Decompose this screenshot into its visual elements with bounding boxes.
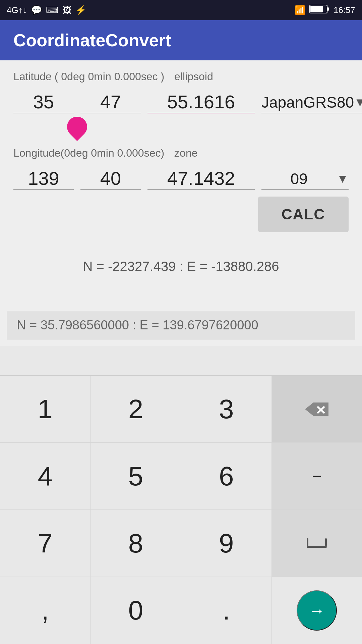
- svg-rect-1: [327, 7, 329, 11]
- svg-rect-7: [325, 538, 327, 546]
- calc-row: CALC: [13, 197, 349, 232]
- utm-result: N = -22327.439 : E = -13880.286: [7, 259, 355, 274]
- zone-dropdown[interactable]: 09 ▼: [261, 170, 349, 190]
- longitude-inputs: 09 ▼: [13, 167, 349, 190]
- key-8[interactable]: 8: [90, 510, 181, 577]
- keyboard-icon: ⌨: [46, 5, 59, 15]
- status-right: 📶 16:57: [295, 4, 355, 16]
- cursor-row: [13, 117, 349, 140]
- longitude-degrees[interactable]: [13, 167, 74, 190]
- latitude-label: Latitude ( 0deg 0min 0.000sec ): [13, 70, 164, 83]
- svg-rect-5: [307, 546, 327, 548]
- key-6[interactable]: 6: [181, 443, 272, 510]
- latitude-seconds[interactable]: [147, 91, 255, 113]
- chat-icon: 💬: [31, 5, 42, 15]
- backspace-icon: [303, 399, 330, 419]
- zone-value: 09: [261, 170, 337, 188]
- ellipsoid-value: JapanGRS80: [261, 93, 354, 111]
- result-area: N = -22327.439 : E = -13880.286 N = 35.7…: [0, 246, 362, 346]
- key-space[interactable]: [272, 510, 362, 577]
- key-comma[interactable]: ,: [0, 577, 90, 644]
- decimal-result: N = 35.7986560000 : E = 139.6797620000: [17, 318, 345, 332]
- space-icon: [305, 537, 328, 550]
- main-content: Latitude ( 0deg 0min 0.000sec ) ellipsoi…: [0, 60, 362, 246]
- calc-button[interactable]: CALC: [258, 197, 349, 232]
- app-title: CoordinateConvert: [13, 30, 171, 50]
- longitude-minutes[interactable]: [80, 167, 141, 190]
- signal-icon: 4G↑↓: [7, 5, 27, 15]
- status-left: 4G↑↓ 💬 ⌨ 🖼 ⚡: [7, 5, 86, 15]
- key-4[interactable]: 4: [0, 443, 90, 510]
- zone-label: zone: [174, 147, 197, 159]
- svg-rect-2: [310, 6, 323, 12]
- key-enter[interactable]: →: [297, 590, 337, 631]
- zone-arrow-icon: ▼: [337, 172, 349, 186]
- longitude-label: Longitude(0deg 0min 0.000sec): [13, 147, 164, 159]
- latitude-minutes[interactable]: [80, 91, 141, 113]
- image-icon: 🖼: [63, 5, 71, 15]
- battery-indicator: [309, 4, 329, 16]
- key-2[interactable]: 2: [90, 376, 181, 443]
- key-3[interactable]: 3: [181, 376, 272, 443]
- key-9[interactable]: 9: [181, 510, 272, 577]
- cursor-dot: [63, 113, 92, 141]
- keyboard-row-2: 4 5 6 −: [0, 443, 362, 510]
- ellipsoid-label: ellipsoid: [174, 70, 213, 83]
- keyboard-row-3: 7 8 9: [0, 510, 362, 577]
- svg-rect-6: [307, 538, 308, 546]
- ellipsoid-dropdown[interactable]: JapanGRS80 ▼: [261, 93, 362, 113]
- longitude-seconds[interactable]: [147, 167, 255, 190]
- status-bar: 4G↑↓ 💬 ⌨ 🖼 ⚡ 📶 16:57: [0, 0, 362, 20]
- ellipsoid-arrow-icon: ▼: [354, 95, 362, 109]
- key-0[interactable]: 0: [90, 577, 181, 644]
- latitude-inputs: JapanGRS80 ▼: [13, 91, 349, 113]
- key-minus[interactable]: −: [272, 443, 362, 510]
- enter-arrow-icon: →: [309, 601, 325, 620]
- key-1[interactable]: 1: [0, 376, 90, 443]
- key-enter-container: →: [272, 577, 362, 644]
- usb-icon: ⚡: [75, 5, 86, 15]
- key-5[interactable]: 5: [90, 443, 181, 510]
- key-period[interactable]: .: [181, 577, 272, 644]
- app-bar: CoordinateConvert: [0, 20, 362, 60]
- keyboard-row-4: , 0 . →: [0, 577, 362, 644]
- latitude-degrees[interactable]: [13, 91, 74, 113]
- wifi-icon: 📶: [295, 5, 305, 15]
- keyboard: 1 2 3 4 5 6 − 7 8 9 , 0: [0, 375, 362, 644]
- key-backspace[interactable]: [272, 376, 362, 443]
- time-display: 16:57: [334, 5, 355, 15]
- key-7[interactable]: 7: [0, 510, 90, 577]
- keyboard-row-1: 1 2 3: [0, 376, 362, 443]
